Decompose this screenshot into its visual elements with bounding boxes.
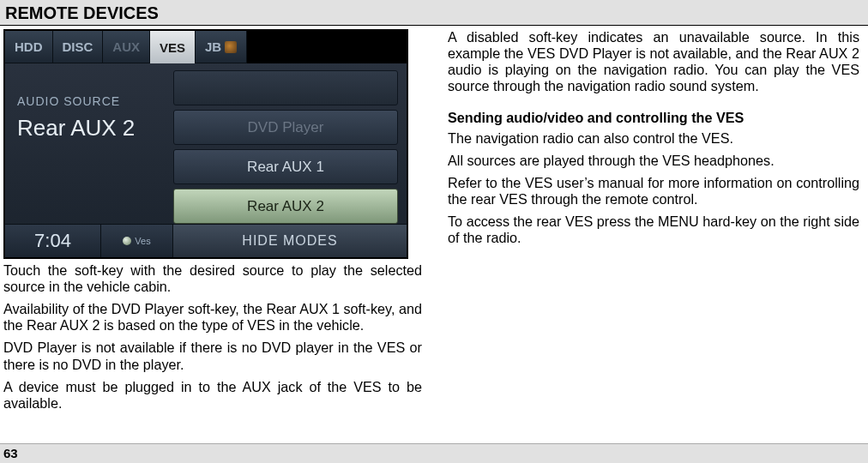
paragraph: Refer to the VES user’s manual for more … <box>448 175 859 207</box>
tab-hdd[interactable]: HDD <box>5 31 53 63</box>
tab-jb-label: JB <box>205 39 221 54</box>
softkey-rear-aux-2[interactable]: Rear AUX 2 <box>173 189 398 224</box>
paragraph: DVD Player is not available if there is … <box>3 340 422 372</box>
softkey-dvd-player[interactable]: DVD Player <box>173 110 398 145</box>
jukebox-icon <box>225 41 237 53</box>
audio-source-value: Rear AUX 2 <box>17 115 165 141</box>
paragraph: Availability of the DVD Player soft-key,… <box>3 301 422 334</box>
paragraph: A device must be plugged in to the AUX j… <box>3 379 422 412</box>
tab-aux[interactable]: AUX <box>103 31 150 63</box>
ves-indicator: Ves <box>101 225 173 257</box>
subheading: Sending audio/video and controlling the … <box>448 110 859 126</box>
paragraph: The navigation radio can also control th… <box>448 130 859 147</box>
paragraph: Touch the soft-key with the desired sour… <box>3 262 422 295</box>
source-tabs: HDD DISC AUX VES JB <box>5 31 407 63</box>
audio-source-label: AUDIO SOURCE <box>17 94 165 108</box>
page-number: 63 <box>0 443 868 463</box>
ves-indicator-label: Ves <box>135 236 150 246</box>
tab-ves[interactable]: VES <box>150 31 196 63</box>
paragraph: A disabled soft-key indicates an unavail… <box>448 29 859 94</box>
radio-screenshot: HDD DISC AUX VES JB AUDIO SOURCE Rear AU… <box>3 29 408 259</box>
tab-jb[interactable]: JB <box>196 31 247 63</box>
ves-indicator-icon <box>123 237 131 245</box>
clock: 7:04 <box>5 225 101 257</box>
hide-modes-button[interactable]: HIDE MODES <box>173 225 407 257</box>
tab-disc[interactable]: DISC <box>53 31 104 63</box>
softkey-rear-aux-1[interactable]: Rear AUX 1 <box>173 149 398 184</box>
section-title: REMOTE DEVICES <box>0 0 868 26</box>
softkey-blank <box>173 70 398 105</box>
paragraph: All sources are played through the VES h… <box>448 153 859 169</box>
paragraph: To access the rear VES press the MENU ha… <box>448 213 859 246</box>
